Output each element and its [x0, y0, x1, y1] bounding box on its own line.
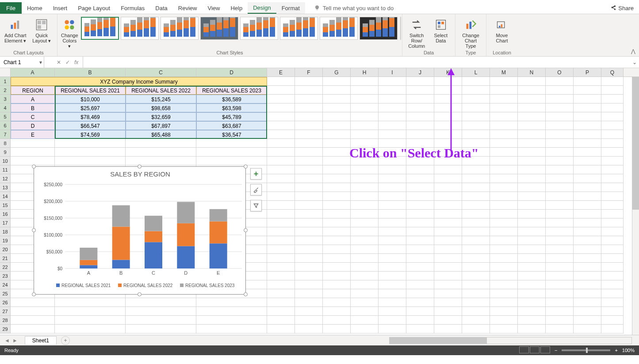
tab-insert[interactable]: Insert — [48, 2, 73, 14]
sheet-nav-next[interactable]: ► — [12, 337, 18, 344]
column-header[interactable]: E — [267, 68, 295, 77]
cell[interactable] — [601, 121, 624, 130]
cell[interactable] — [196, 298, 267, 307]
resize-handle[interactable] — [244, 228, 248, 232]
cell[interactable] — [518, 86, 546, 95]
cell[interactable] — [490, 298, 518, 307]
cell[interactable] — [351, 103, 379, 112]
row-header[interactable]: 16 — [0, 210, 11, 218]
cell[interactable] — [323, 174, 351, 183]
cell[interactable] — [379, 112, 406, 121]
cell[interactable] — [601, 192, 624, 201]
cell[interactable] — [323, 121, 351, 130]
cell[interactable] — [574, 112, 601, 121]
cell[interactable] — [351, 165, 379, 174]
cell[interactable] — [379, 227, 406, 236]
cell[interactable] — [295, 130, 323, 139]
row-header[interactable]: 27 — [0, 307, 11, 316]
cell[interactable]: $15,245 — [126, 95, 196, 103]
cell[interactable] — [601, 183, 624, 192]
cell[interactable] — [267, 157, 295, 165]
cell[interactable] — [295, 325, 323, 333]
cell[interactable]: $32,659 — [126, 112, 196, 121]
row-header[interactable]: 12 — [0, 174, 11, 183]
cell[interactable] — [55, 157, 126, 165]
cell[interactable] — [574, 210, 601, 218]
row-header[interactable]: 10 — [0, 157, 11, 165]
cell[interactable] — [55, 298, 126, 307]
cell[interactable] — [462, 86, 490, 95]
cell[interactable] — [351, 121, 379, 130]
chart-style-thumb-2[interactable] — [121, 17, 159, 40]
cell[interactable] — [11, 316, 55, 325]
cell[interactable] — [462, 218, 490, 227]
worksheet-grid[interactable]: ABCDEFGHIJKLMNOPQ 1234567891011121314151… — [0, 68, 639, 335]
cell[interactable] — [406, 325, 434, 333]
resize-handle[interactable] — [244, 165, 248, 169]
cell[interactable] — [196, 325, 267, 333]
horizontal-scrollbar[interactable] — [389, 337, 632, 344]
column-header[interactable]: H — [351, 68, 379, 77]
accept-formula-icon[interactable]: ✓ — [65, 59, 70, 65]
cell[interactable] — [295, 316, 323, 325]
cell[interactable] — [490, 95, 518, 103]
cell[interactable] — [574, 298, 601, 307]
cell[interactable] — [323, 192, 351, 201]
cell[interactable] — [462, 210, 490, 218]
cell[interactable] — [462, 192, 490, 201]
cell[interactable] — [379, 86, 406, 95]
share-button[interactable]: Share — [610, 2, 634, 14]
cell[interactable] — [379, 121, 406, 130]
cell[interactable] — [546, 103, 574, 112]
cell[interactable] — [126, 139, 196, 148]
cell[interactable] — [323, 280, 351, 289]
zoom-level[interactable]: 100% — [622, 348, 635, 353]
cell[interactable] — [574, 174, 601, 183]
cell[interactable] — [518, 112, 546, 121]
cell[interactable] — [351, 245, 379, 254]
cell[interactable] — [351, 316, 379, 325]
row-header[interactable]: 19 — [0, 236, 11, 245]
row-header[interactable]: 26 — [0, 298, 11, 307]
cell[interactable] — [490, 245, 518, 254]
cell[interactable] — [518, 121, 546, 130]
cell[interactable] — [55, 139, 126, 148]
cell[interactable] — [196, 139, 267, 148]
cell[interactable] — [295, 210, 323, 218]
cell[interactable] — [518, 227, 546, 236]
chart-style-thumb-3[interactable] — [161, 17, 199, 40]
cell[interactable] — [490, 130, 518, 139]
cell[interactable] — [574, 130, 601, 139]
resize-handle[interactable] — [32, 228, 36, 232]
cell[interactable] — [546, 272, 574, 280]
cell[interactable] — [462, 289, 490, 298]
cell[interactable] — [434, 307, 462, 316]
cell[interactable] — [406, 112, 434, 121]
cell[interactable] — [490, 254, 518, 263]
cell[interactable] — [546, 325, 574, 333]
cell[interactable] — [518, 307, 546, 316]
cell[interactable] — [323, 210, 351, 218]
cell[interactable]: $66,547 — [55, 121, 126, 130]
cell[interactable] — [11, 148, 55, 157]
cell[interactable] — [434, 263, 462, 272]
row-header[interactable]: 4 — [0, 103, 11, 112]
cell[interactable] — [126, 148, 196, 157]
cell[interactable] — [601, 298, 624, 307]
cell[interactable] — [406, 86, 434, 95]
cell[interactable]: $74,569 — [55, 130, 126, 139]
cell[interactable] — [490, 272, 518, 280]
cell[interactable] — [295, 218, 323, 227]
cell[interactable] — [379, 254, 406, 263]
tab-design[interactable]: Design — [248, 2, 276, 14]
cell[interactable] — [601, 316, 624, 325]
cell[interactable] — [574, 86, 601, 95]
cell[interactable] — [295, 183, 323, 192]
chart-style-thumb-7[interactable] — [320, 17, 358, 40]
cell[interactable] — [323, 86, 351, 95]
cell[interactable] — [601, 218, 624, 227]
cell[interactable]: $63,687 — [196, 121, 267, 130]
cell[interactable] — [55, 307, 126, 316]
row-header[interactable]: 25 — [0, 289, 11, 298]
cell[interactable] — [574, 236, 601, 245]
